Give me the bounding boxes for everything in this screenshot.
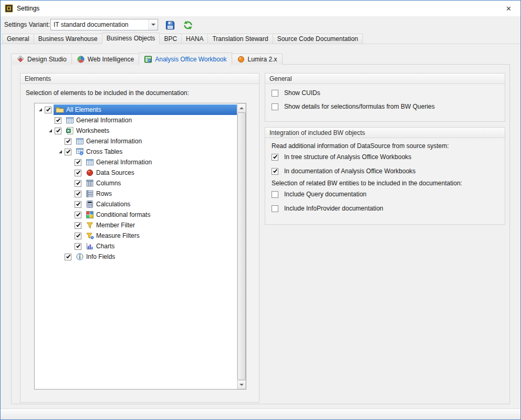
tree-item-label: Info Fields [86, 253, 115, 260]
elements-group: Elements Selection of elements to be inc… [20, 73, 259, 403]
tree-item-label: Rows [96, 190, 112, 197]
general-group-header: General [265, 74, 505, 84]
business-objects-page: Design Studio Web Intelligence Analysis … [1, 44, 520, 408]
checkbox[interactable] [272, 191, 278, 198]
tab-source-code-documentation[interactable]: Source Code Documentation [273, 34, 363, 44]
tree-item-cross-tables[interactable]: Cross Tables [35, 146, 237, 157]
tree-checkbox[interactable] [65, 138, 71, 145]
tree-checkbox[interactable] [55, 117, 61, 124]
tree-item-info-fields[interactable]: Info Fields [35, 251, 237, 262]
tree-scrollbar[interactable] [237, 103, 246, 389]
conditional-format-icon [86, 211, 94, 219]
tree-checkbox[interactable] [75, 170, 81, 176]
option-include-infoprovider-documentation[interactable]: Include InfoProvider documentation [272, 205, 383, 212]
tab-business-objects[interactable]: Business Objects [102, 33, 160, 44]
option-documentation[interactable]: In documentation of Analysis Office Work… [272, 167, 415, 175]
tree-item-general-information[interactable]: General Information [35, 115, 237, 125]
web-intelligence-icon [77, 55, 85, 64]
tree-checkbox[interactable] [75, 191, 81, 197]
tree-item-data-sources[interactable]: Data Sources [35, 167, 237, 178]
tab-general[interactable]: General [2, 34, 34, 44]
close-button[interactable]: ✕ [497, 1, 520, 16]
selection-label: Selection of related BW entities to be i… [272, 180, 462, 187]
expander-icon[interactable] [56, 150, 65, 153]
combo-dropdown-button[interactable] [148, 19, 158, 30]
tab-business-warehouse[interactable]: Business Warehouse [34, 34, 102, 44]
table-icon [76, 137, 84, 145]
folder-icon [56, 106, 64, 114]
tree-item-worksheets[interactable]: Worksheets [35, 125, 237, 136]
tree-item-columns[interactable]: Columns [35, 178, 237, 188]
expander-icon[interactable] [46, 129, 55, 132]
option-label: Include InfoProvider documentation [284, 205, 383, 212]
save-variant-button[interactable] [163, 18, 177, 32]
tree-item-all-elements[interactable]: All Elements [35, 104, 237, 115]
subtab-web-intelligence[interactable]: Web Intelligence [71, 54, 140, 65]
tree-checkbox[interactable] [75, 159, 81, 166]
tree-item-member-filter[interactable]: Member Filter [35, 220, 237, 230]
expander-icon[interactable] [36, 108, 45, 111]
tree-checkbox[interactable] [65, 149, 71, 155]
tree-item-measure-filters[interactable]: Measure Filters [35, 230, 237, 241]
tree-item-general-information[interactable]: General Information [35, 136, 237, 146]
settings-variant-label: Settings Variant: [4, 21, 50, 28]
rows-icon [86, 190, 94, 198]
design-studio-icon [16, 55, 25, 64]
cross-table-icon [76, 148, 84, 156]
main-tab-bar: General Business Warehouse Business Obje… [1, 32, 520, 44]
scroll-down-icon[interactable] [237, 380, 246, 389]
tree-item-label: Data Sources [96, 169, 134, 176]
option-tree-structure[interactable]: In tree structure of Analysis Office Wor… [272, 153, 411, 161]
tree-item-label: Charts [96, 243, 114, 250]
settings-variant-value: IT standard documentation [51, 21, 148, 28]
tree-checkbox[interactable] [75, 212, 81, 218]
tree-checkbox[interactable] [75, 201, 81, 208]
settings-variant-combobox[interactable]: IT standard documentation [50, 19, 158, 30]
calculations-icon [86, 200, 94, 208]
elements-tree: All Elements General Information Workshe… [34, 103, 246, 390]
tab-translation-steward[interactable]: Translation Steward [207, 34, 273, 44]
tree-checkbox[interactable] [55, 128, 61, 134]
option-label: Show CUIDs [284, 89, 320, 97]
chevron-down-icon [151, 24, 155, 26]
tree-item-general-information[interactable]: General Information [35, 157, 237, 167]
option-show-details[interactable]: Show details for selections/formulas fro… [272, 103, 435, 110]
subtab-label: Analysis Office Workbook [155, 56, 226, 63]
elements-group-header: Elements [20, 74, 259, 84]
tree-checkbox[interactable] [45, 107, 51, 113]
measure-filter-icon [86, 232, 94, 240]
option-show-cuids[interactable]: Show CUIDs [272, 89, 320, 97]
tab-hana[interactable]: HANA [181, 34, 208, 44]
checkbox[interactable] [272, 168, 278, 175]
tree-checkbox[interactable] [75, 233, 81, 239]
tree-item-label: Cross Tables [86, 148, 122, 155]
tree-checkbox[interactable] [75, 180, 81, 187]
tree-item-calculations[interactable]: Calculations [35, 199, 237, 209]
tree-checkbox[interactable] [75, 222, 81, 229]
subtab-analysis-office-workbook[interactable]: Analysis Office Workbook [139, 52, 232, 65]
tree-item-label: Conditional formats [96, 211, 150, 218]
integration-group: Integration of included BW objects Read … [265, 127, 505, 225]
toolbar: Settings Variant: IT standard documentat… [1, 16, 520, 33]
tree-item-conditional-formats[interactable]: Conditional formats [35, 209, 237, 220]
info-fields-icon [76, 253, 84, 261]
subtab-design-studio[interactable]: Design Studio [11, 54, 72, 65]
option-include-query-documentation[interactable]: Include Query documentation [272, 191, 367, 198]
scroll-up-icon[interactable] [237, 103, 246, 112]
table-icon [66, 116, 74, 124]
checkbox[interactable] [272, 90, 278, 97]
tree-checkbox[interactable] [65, 254, 71, 260]
worksheet-icon [66, 127, 74, 135]
tree-item-rows[interactable]: Rows [35, 188, 237, 199]
checkbox[interactable] [272, 154, 278, 161]
tab-bpc[interactable]: BPC [159, 34, 182, 44]
tree-item-label: Measure Filters [96, 232, 140, 239]
subtab-lumira[interactable]: Lumira 2.x [232, 54, 283, 65]
refresh-variants-button[interactable] [181, 18, 195, 32]
checkbox[interactable] [272, 205, 278, 212]
tree-checkbox[interactable] [75, 243, 81, 250]
sub-tab-bar: Design Studio Web Intelligence Analysis … [11, 52, 283, 65]
checkbox[interactable] [272, 103, 278, 110]
scrollbar-thumb[interactable] [237, 112, 246, 380]
tree-item-charts[interactable]: Charts [35, 241, 237, 251]
